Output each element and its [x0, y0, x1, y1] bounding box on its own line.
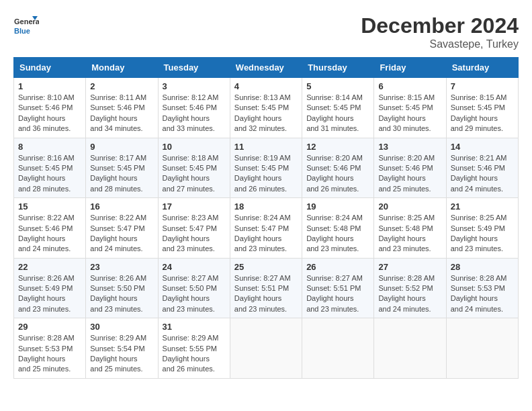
day-info: Sunrise: 8:10 AM Sunset: 5:46 PM Dayligh… — [18, 93, 81, 134]
day-number: 27 — [378, 262, 441, 272]
day-cell: 23 Sunrise: 8:26 AM Sunset: 5:50 PM Dayl… — [86, 258, 158, 318]
day-cell: 5 Sunrise: 8:14 AM Sunset: 5:45 PM Dayli… — [302, 78, 374, 138]
month-title: December 2024 — [361, 13, 519, 38]
day-number: 25 — [234, 262, 298, 272]
day-number: 7 — [451, 81, 514, 91]
day-number: 18 — [234, 201, 298, 212]
day-number: 23 — [90, 262, 153, 272]
day-number: 3 — [163, 81, 226, 91]
day-number: 17 — [163, 201, 226, 212]
day-cell: 10 Sunrise: 8:18 AM Sunset: 5:45 PM Dayl… — [158, 138, 230, 198]
calendar-week-row: 29 Sunrise: 8:28 AM Sunset: 5:53 PM Dayl… — [14, 318, 519, 379]
day-info: Sunrise: 8:29 AM Sunset: 5:55 PM Dayligh… — [163, 333, 226, 375]
day-info: Sunrise: 8:18 AM Sunset: 5:45 PM Dayligh… — [163, 153, 226, 195]
page-header: General Blue December 2024 Savastepe, Tu… — [13, 13, 519, 50]
day-info: Sunrise: 8:21 AM Sunset: 5:46 PM Dayligh… — [451, 153, 514, 195]
empty-day-cell — [446, 318, 518, 379]
day-cell: 3 Sunrise: 8:12 AM Sunset: 5:46 PM Dayli… — [158, 78, 230, 138]
day-number: 8 — [18, 142, 81, 152]
day-info: Sunrise: 8:28 AM Sunset: 5:52 PM Dayligh… — [378, 273, 441, 315]
day-info: Sunrise: 8:26 AM Sunset: 5:49 PM Dayligh… — [18, 273, 81, 315]
calendar-week-row: 22 Sunrise: 8:26 AM Sunset: 5:49 PM Dayl… — [14, 258, 519, 318]
day-cell: 2 Sunrise: 8:11 AM Sunset: 5:46 PM Dayli… — [86, 78, 158, 138]
day-info: Sunrise: 8:22 AM Sunset: 5:46 PM Dayligh… — [18, 213, 81, 255]
day-info: Sunrise: 8:27 AM Sunset: 5:51 PM Dayligh… — [306, 273, 369, 315]
day-cell: 11 Sunrise: 8:19 AM Sunset: 5:45 PM Dayl… — [230, 138, 302, 198]
day-cell: 4 Sunrise: 8:13 AM Sunset: 5:45 PM Dayli… — [230, 78, 302, 138]
logo: General Blue — [13, 13, 39, 39]
day-cell: 18 Sunrise: 8:24 AM Sunset: 5:47 PM Dayl… — [230, 198, 302, 259]
day-cell: 21 Sunrise: 8:25 AM Sunset: 5:49 PM Dayl… — [446, 198, 518, 259]
col-monday: Monday — [86, 58, 158, 78]
day-info: Sunrise: 8:20 AM Sunset: 5:46 PM Dayligh… — [378, 153, 441, 195]
day-info: Sunrise: 8:27 AM Sunset: 5:51 PM Dayligh… — [234, 273, 298, 315]
day-number: 12 — [306, 142, 369, 152]
day-info: Sunrise: 8:25 AM Sunset: 5:48 PM Dayligh… — [378, 213, 441, 255]
day-cell: 24 Sunrise: 8:27 AM Sunset: 5:50 PM Dayl… — [158, 258, 230, 318]
day-number: 10 — [163, 142, 226, 152]
day-info: Sunrise: 8:15 AM Sunset: 5:45 PM Dayligh… — [378, 93, 441, 134]
day-info: Sunrise: 8:22 AM Sunset: 5:47 PM Dayligh… — [90, 213, 153, 255]
day-info: Sunrise: 8:12 AM Sunset: 5:46 PM Dayligh… — [163, 93, 226, 134]
day-number: 2 — [90, 81, 153, 91]
day-info: Sunrise: 8:17 AM Sunset: 5:45 PM Dayligh… — [90, 153, 153, 195]
day-cell: 28 Sunrise: 8:28 AM Sunset: 5:53 PM Dayl… — [446, 258, 518, 318]
day-number: 19 — [306, 201, 369, 212]
svg-text:Blue: Blue — [14, 27, 30, 35]
day-cell: 31 Sunrise: 8:29 AM Sunset: 5:55 PM Dayl… — [158, 318, 230, 379]
day-cell: 16 Sunrise: 8:22 AM Sunset: 5:47 PM Dayl… — [86, 198, 158, 259]
day-cell: 25 Sunrise: 8:27 AM Sunset: 5:51 PM Dayl… — [230, 258, 302, 318]
col-wednesday: Wednesday — [230, 58, 302, 78]
day-cell: 1 Sunrise: 8:10 AM Sunset: 5:46 PM Dayli… — [14, 78, 86, 138]
day-cell: 26 Sunrise: 8:27 AM Sunset: 5:51 PM Dayl… — [302, 258, 374, 318]
calendar-header-row: Sunday Monday Tuesday Wednesday Thursday… — [14, 58, 519, 78]
day-info: Sunrise: 8:24 AM Sunset: 5:48 PM Dayligh… — [306, 213, 369, 255]
day-info: Sunrise: 8:13 AM Sunset: 5:45 PM Dayligh… — [234, 93, 298, 134]
day-cell: 20 Sunrise: 8:25 AM Sunset: 5:48 PM Dayl… — [374, 198, 446, 259]
day-info: Sunrise: 8:16 AM Sunset: 5:45 PM Dayligh… — [18, 153, 81, 195]
day-cell: 22 Sunrise: 8:26 AM Sunset: 5:49 PM Dayl… — [14, 258, 86, 318]
empty-day-cell — [230, 318, 302, 379]
col-sunday: Sunday — [14, 58, 86, 78]
day-number: 26 — [306, 262, 369, 272]
day-info: Sunrise: 8:28 AM Sunset: 5:53 PM Dayligh… — [451, 273, 514, 315]
day-number: 6 — [378, 81, 441, 91]
day-cell: 9 Sunrise: 8:17 AM Sunset: 5:45 PM Dayli… — [86, 138, 158, 198]
day-number: 20 — [378, 201, 441, 212]
day-cell: 17 Sunrise: 8:23 AM Sunset: 5:47 PM Dayl… — [158, 198, 230, 259]
day-info: Sunrise: 8:24 AM Sunset: 5:47 PM Dayligh… — [234, 213, 298, 255]
day-info: Sunrise: 8:15 AM Sunset: 5:45 PM Dayligh… — [451, 93, 514, 134]
location: Savastepe, Turkey — [361, 38, 519, 50]
day-cell: 19 Sunrise: 8:24 AM Sunset: 5:48 PM Dayl… — [302, 198, 374, 259]
day-number: 5 — [306, 81, 369, 91]
title-block: December 2024 Savastepe, Turkey — [361, 13, 519, 50]
day-number: 31 — [163, 322, 226, 332]
day-cell: 7 Sunrise: 8:15 AM Sunset: 5:45 PM Dayli… — [446, 78, 518, 138]
col-tuesday: Tuesday — [158, 58, 230, 78]
day-cell: 29 Sunrise: 8:28 AM Sunset: 5:53 PM Dayl… — [14, 318, 86, 379]
day-cell: 30 Sunrise: 8:29 AM Sunset: 5:54 PM Dayl… — [86, 318, 158, 379]
day-number: 28 — [451, 262, 514, 272]
day-number: 15 — [18, 201, 81, 212]
col-thursday: Thursday — [302, 58, 374, 78]
day-cell: 15 Sunrise: 8:22 AM Sunset: 5:46 PM Dayl… — [14, 198, 86, 259]
day-info: Sunrise: 8:27 AM Sunset: 5:50 PM Dayligh… — [163, 273, 226, 315]
day-number: 22 — [18, 262, 81, 272]
day-info: Sunrise: 8:23 AM Sunset: 5:47 PM Dayligh… — [163, 213, 226, 255]
day-number: 30 — [90, 322, 153, 332]
day-cell: 27 Sunrise: 8:28 AM Sunset: 5:52 PM Dayl… — [374, 258, 446, 318]
day-info: Sunrise: 8:14 AM Sunset: 5:45 PM Dayligh… — [306, 93, 369, 134]
calendar-table: Sunday Monday Tuesday Wednesday Thursday… — [13, 57, 519, 379]
day-info: Sunrise: 8:20 AM Sunset: 5:46 PM Dayligh… — [306, 153, 369, 195]
calendar-week-row: 8 Sunrise: 8:16 AM Sunset: 5:45 PM Dayli… — [14, 138, 519, 198]
day-number: 14 — [451, 142, 514, 152]
logo-svg: General Blue — [13, 13, 39, 39]
day-info: Sunrise: 8:25 AM Sunset: 5:49 PM Dayligh… — [451, 213, 514, 255]
day-number: 16 — [90, 201, 153, 212]
empty-day-cell — [374, 318, 446, 379]
day-number: 11 — [234, 142, 298, 152]
day-info: Sunrise: 8:26 AM Sunset: 5:50 PM Dayligh… — [90, 273, 153, 315]
day-number: 1 — [18, 81, 81, 91]
day-cell: 8 Sunrise: 8:16 AM Sunset: 5:45 PM Dayli… — [14, 138, 86, 198]
day-info: Sunrise: 8:11 AM Sunset: 5:46 PM Dayligh… — [90, 93, 153, 134]
